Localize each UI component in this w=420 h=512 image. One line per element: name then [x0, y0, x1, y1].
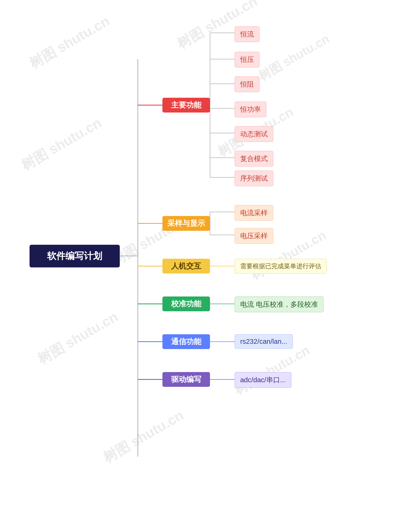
- leaf-dian-ya: 电压采样: [235, 228, 273, 244]
- leaf-comm: rs232/can/lan...: [235, 334, 293, 349]
- leaf-heng-liu: 恒流: [235, 26, 260, 42]
- leaf-heng-ya: 恒压: [235, 52, 260, 68]
- leaf-xu-lie: 序列测试: [235, 171, 273, 186]
- leaf-cal: 电流 电压校准，多段校准: [235, 296, 323, 312]
- branch-sampling: 采样与显示: [162, 216, 210, 231]
- leaf-drv: adc/dac/串口...: [235, 372, 291, 388]
- branch-main-func: 主要功能: [162, 98, 210, 113]
- leaf-hmi: 需要根据已完成菜单进行评估: [235, 259, 327, 274]
- leaf-dian-liu: 电流采样: [235, 205, 273, 221]
- leaf-fu-he: 复合模式: [235, 151, 273, 167]
- branch-communication: 通信功能: [162, 334, 210, 349]
- root-node: 软件编写计划: [30, 245, 120, 267]
- leaf-heng-zu: 恒阻: [235, 76, 260, 92]
- branch-calibration: 校准功能: [162, 296, 210, 311]
- branch-driver: 驱动编写: [162, 372, 210, 387]
- branch-hmi: 人机交互: [162, 259, 210, 273]
- leaf-dong-tai: 动态测试: [235, 126, 273, 142]
- leaf-heng-gong: 恒功率: [235, 101, 266, 117]
